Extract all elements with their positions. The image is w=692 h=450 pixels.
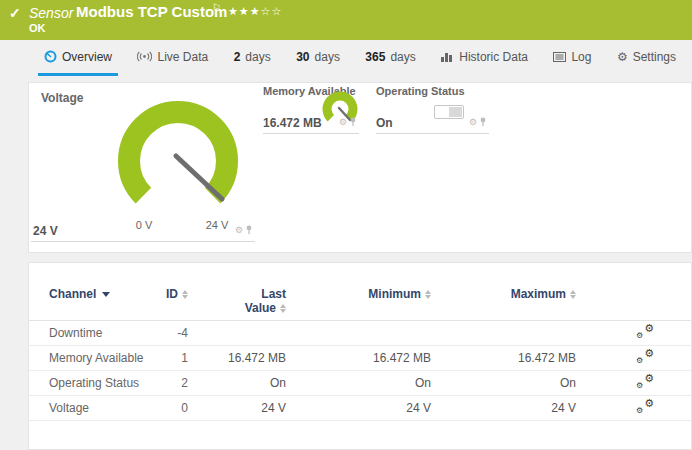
sort-icon xyxy=(280,304,286,313)
channel-max: On xyxy=(431,376,576,390)
sensor-overview-page: ✓ Sensor Modbus TCP Custom ⚐ ★★★☆☆ OK Ov… xyxy=(0,0,692,450)
gauge-scale-min: 0 V xyxy=(129,219,159,231)
table-row-downtime: Downtime -4 ⚙⚙ xyxy=(29,321,691,346)
tab-settings[interactable]: ⚙ Settings xyxy=(611,40,682,76)
tab-30-days[interactable]: 30 days xyxy=(290,40,346,76)
sort-icon xyxy=(570,290,576,299)
gauge-scale-max: 24 V xyxy=(197,219,237,231)
log-list-icon xyxy=(553,52,566,62)
gauge-settings-gear-icon[interactable]: ⚙ xyxy=(235,226,243,235)
live-data-icon xyxy=(137,51,152,62)
channel-min: On xyxy=(286,376,431,390)
tab-number: 30 xyxy=(296,50,309,64)
tab-label: Overview xyxy=(62,50,112,64)
status-toggle xyxy=(434,105,464,119)
tab-number: 2 xyxy=(234,50,241,64)
gauges-panel: Voltage 0 V 24 V 24 V ⚙ Memory Available xyxy=(28,82,692,253)
channel-last: 16.472 MB xyxy=(188,351,286,365)
tab-label: days xyxy=(315,50,340,64)
sensor-header: ✓ Sensor Modbus TCP Custom ⚐ ★★★☆☆ OK xyxy=(0,0,692,40)
gauge-icon xyxy=(44,50,57,63)
tab-label: days xyxy=(245,50,270,64)
tab-overview[interactable]: Overview xyxy=(38,40,118,76)
tab-label: days xyxy=(390,50,415,64)
col-header-last-value[interactable]: Last Value xyxy=(188,287,286,316)
gauge-settings-gear-icon[interactable]: ⚙ xyxy=(469,118,477,127)
header-label: Minimum xyxy=(368,287,421,301)
channel-max: 24 V xyxy=(431,401,576,415)
channel-name: Operating Status xyxy=(49,376,149,390)
channel-settings-icon[interactable]: ⚙⚙ xyxy=(636,349,654,364)
priority-stars[interactable]: ★★★☆☆ xyxy=(228,5,282,18)
table-row-voltage: Voltage 0 24 V 24 V 24 V ⚙⚙ xyxy=(29,396,691,421)
toggle-knob xyxy=(449,107,462,117)
channel-settings-icon[interactable]: ⚙⚙ xyxy=(636,399,654,414)
header-label: Channel xyxy=(49,287,96,301)
tab-label: Settings xyxy=(633,50,676,64)
voltage-title: Voltage xyxy=(41,91,83,105)
voltage-gauge-card: Voltage 0 V 24 V 24 V ⚙ xyxy=(31,87,255,242)
pin-icon[interactable] xyxy=(479,113,487,131)
col-header-id[interactable]: ID xyxy=(149,287,188,301)
header-label: Value xyxy=(245,301,276,315)
gauge-settings-gear-icon[interactable]: ⚙ xyxy=(339,118,347,127)
channel-last: 24 V xyxy=(188,401,286,415)
voltage-value: 24 V xyxy=(33,224,58,238)
channel-min: 24 V xyxy=(286,401,431,415)
tab-365-days[interactable]: 365 days xyxy=(359,40,421,76)
sensor-title: Modbus TCP Custom xyxy=(76,3,227,20)
channel-name: Downtime xyxy=(49,326,149,340)
flag-icon[interactable]: ⚐ xyxy=(212,2,221,13)
tab-live-data[interactable]: Live Data xyxy=(131,40,214,76)
col-header-minimum[interactable]: Minimum xyxy=(286,287,431,301)
header-label: Maximum xyxy=(511,287,566,301)
tab-log[interactable]: Log xyxy=(547,40,597,76)
table-row-operating-status: Operating Status 2 On On On ⚙⚙ xyxy=(29,371,691,396)
tab-historic-data[interactable]: Historic Data xyxy=(435,40,534,76)
channel-last: On xyxy=(188,376,286,390)
channel-id: 0 xyxy=(149,401,188,415)
operating-status-card: Operating Status On ⚙ xyxy=(376,85,489,134)
channel-id: 2 xyxy=(149,376,188,390)
memory-gauge-card: Memory Available 16.472 MB ⚙ xyxy=(263,85,359,134)
tab-label: Historic Data xyxy=(459,50,528,64)
col-header-maximum[interactable]: Maximum xyxy=(431,287,576,301)
channel-id: 1 xyxy=(149,351,188,365)
channels-panel: Channel ID Last Value Minimum xyxy=(28,262,692,450)
status-badge: OK xyxy=(29,22,46,34)
tab-number: 365 xyxy=(365,50,385,64)
sort-desc-icon xyxy=(102,292,110,297)
tab-2-days[interactable]: 2 days xyxy=(228,40,277,76)
channel-name: Memory Available xyxy=(49,351,149,365)
channel-settings-icon[interactable]: ⚙⚙ xyxy=(636,374,654,389)
header-label: ID xyxy=(166,287,178,301)
pin-icon[interactable] xyxy=(245,221,253,239)
memory-value: 16.472 MB xyxy=(263,116,322,130)
table-header-row: Channel ID Last Value Minimum xyxy=(29,283,691,321)
channel-name: Voltage xyxy=(49,401,149,415)
voltage-gauge xyxy=(103,89,253,224)
channel-id: -4 xyxy=(149,326,188,340)
header-label: Last xyxy=(261,287,286,301)
table-row-memory-available: Memory Available 1 16.472 MB 16.472 MB 1… xyxy=(29,346,691,371)
operating-title: Operating Status xyxy=(376,85,465,97)
ok-check-icon: ✓ xyxy=(9,5,21,21)
tab-label: Live Data xyxy=(157,50,208,64)
channel-settings-icon[interactable]: ⚙⚙ xyxy=(636,324,654,339)
channel-min: 16.472 MB xyxy=(286,351,431,365)
tab-label: Log xyxy=(571,50,591,64)
bar-chart-icon xyxy=(441,51,454,62)
gear-icon: ⚙ xyxy=(617,51,628,63)
tab-bar: Overview Live Data 2 days 30 days 365 da… xyxy=(0,40,692,76)
sensor-type-label: Sensor xyxy=(29,5,73,21)
pin-icon[interactable] xyxy=(349,113,357,131)
operating-value: On xyxy=(376,116,393,130)
channels-table: Channel ID Last Value Minimum xyxy=(29,283,691,421)
channel-max: 16.472 MB xyxy=(431,351,576,365)
col-header-channel[interactable]: Channel xyxy=(49,287,149,301)
